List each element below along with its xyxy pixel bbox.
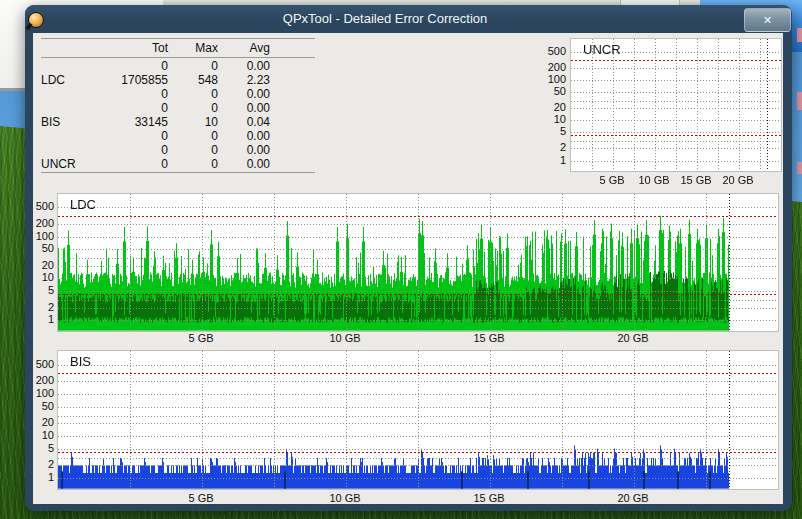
y-tick-label: 1	[533, 154, 566, 166]
y-tick-label: 100	[34, 387, 54, 399]
cell-avg: 2.23	[218, 73, 270, 87]
y-tick-label: 500	[34, 358, 54, 370]
cell-tot: 0	[91, 59, 168, 73]
cell-tot: 33145	[91, 115, 168, 129]
row-label	[41, 143, 91, 157]
col-header-avg: Avg	[218, 40, 270, 56]
table-row: 000.00	[41, 129, 315, 143]
cell-avg: 0.00	[218, 143, 270, 157]
cell-max: 0	[168, 59, 218, 73]
table-row: LDC17058555482.23	[41, 73, 315, 87]
cell-tot: 0	[91, 157, 168, 171]
uncr-y-axis: 500200100502010521	[533, 36, 566, 176]
cell-tot: 0	[91, 129, 168, 143]
y-tick-label: 200	[533, 61, 566, 73]
x-tick-label: 5 GB	[188, 492, 213, 504]
window-titlebar[interactable]: QPxTool - Detailed Error Correction ×	[25, 5, 792, 33]
y-tick-label: 2	[34, 458, 54, 470]
x-tick-label: 10 GB	[638, 174, 669, 186]
cell-avg: 0.00	[218, 59, 270, 73]
table-row: UNCR000.00	[41, 157, 315, 171]
table-row: 000.00	[41, 143, 315, 157]
ldc-plot-canvas	[58, 194, 778, 331]
row-label: LDC	[41, 73, 91, 87]
error-stats-table: Tot Max Avg 000.00LDC17058555482.23000.0…	[41, 37, 315, 174]
x-tick-label: 5 GB	[188, 332, 213, 344]
y-tick-label: 1	[34, 313, 54, 325]
x-tick-label: 15 GB	[680, 174, 711, 186]
y-tick-label: 2	[533, 141, 566, 153]
cell-tot: 0	[91, 143, 168, 157]
desktop: QPxTool - Detailed Error Correction × To…	[0, 0, 802, 519]
uncr-chart-title: UNCR	[583, 42, 621, 57]
cell-max: 0	[168, 143, 218, 157]
x-tick-label: 20 GB	[617, 332, 648, 344]
cell-avg: 0.00	[218, 129, 270, 143]
y-tick-label: 10	[533, 113, 566, 125]
x-tick-label: 20 GB	[617, 492, 648, 504]
x-tick-label: 20 GB	[722, 174, 753, 186]
cell-max: 0	[168, 87, 218, 101]
table-row: BIS33145100.04	[41, 115, 315, 129]
uncr-x-axis: 5 GB10 GB15 GB20 GB	[533, 174, 783, 188]
y-tick-label: 50	[533, 85, 566, 97]
row-label	[41, 101, 91, 115]
cell-avg: 0.00	[218, 157, 270, 171]
table-divider	[41, 38, 315, 39]
header-spacer	[41, 40, 91, 56]
cell-max: 10	[168, 115, 218, 129]
ldc-plot-area: LDC	[57, 193, 779, 332]
cell-tot: 0	[91, 87, 168, 101]
y-tick-label: 200	[34, 374, 54, 386]
cell-avg: 0.00	[218, 87, 270, 101]
col-header-max: Max	[168, 40, 218, 56]
bis-chart-title: BIS	[70, 354, 91, 369]
uncr-plot-canvas	[571, 39, 781, 171]
y-tick-label: 50	[34, 400, 54, 412]
y-tick-label: 500	[533, 45, 566, 57]
y-tick-label: 200	[34, 217, 54, 229]
cell-tot: 0	[91, 101, 168, 115]
y-tick-label: 100	[533, 73, 566, 85]
y-tick-label: 10	[34, 271, 54, 283]
x-tick-label: 15 GB	[473, 332, 504, 344]
row-label: UNCR	[41, 157, 91, 171]
uncr-chart: 500200100502010521 UNCR 5 GB10 GB15 GB20…	[533, 36, 783, 188]
x-tick-label: 5 GB	[599, 174, 624, 186]
x-tick-label: 15 GB	[473, 492, 504, 504]
ldc-x-axis: 5 GB10 GB15 GB20 GB	[34, 332, 782, 346]
y-tick-label: 5	[533, 125, 566, 137]
y-tick-label: 5	[34, 284, 54, 296]
close-button[interactable]: ×	[744, 8, 791, 32]
background-artifact	[797, 162, 802, 174]
table-header-row: Tot Max Avg	[41, 40, 315, 56]
cell-max: 0	[168, 129, 218, 143]
uncr-plot-area: UNCR	[570, 38, 782, 172]
qpxtool-window: QPxTool - Detailed Error Correction × To…	[25, 5, 792, 511]
ldc-y-axis: 500200100502010521	[34, 191, 54, 336]
row-label: BIS	[41, 115, 91, 129]
y-tick-label: 100	[34, 230, 54, 242]
y-tick-label: 50	[34, 242, 54, 254]
y-tick-label: 2	[34, 301, 54, 313]
table-row: 000.00	[41, 59, 315, 73]
window-title: QPxTool - Detailed Error Correction	[225, 11, 545, 26]
y-tick-label: 20	[533, 101, 566, 113]
bis-x-axis: 5 GB10 GB15 GB20 GB	[34, 492, 782, 506]
x-tick-label: 10 GB	[329, 332, 360, 344]
y-tick-label: 5	[34, 442, 54, 454]
col-header-tot: Tot	[91, 40, 168, 56]
bis-y-axis: 500200100502010521	[34, 348, 54, 494]
y-tick-label: 20	[34, 416, 54, 428]
cell-max: 0	[168, 101, 218, 115]
table-row: 000.00	[41, 101, 315, 115]
bis-chart: 500200100502010521 BIS 5 GB10 GB15 GB20 …	[34, 348, 782, 506]
row-label	[41, 59, 91, 73]
table-row: 000.00	[41, 87, 315, 101]
cell-avg: 0.04	[218, 115, 270, 129]
window-content: Tot Max Avg 000.00LDC17058555482.23000.0…	[33, 33, 783, 504]
bis-plot-canvas	[58, 351, 778, 489]
y-tick-label: 10	[34, 429, 54, 441]
y-tick-label: 500	[34, 200, 54, 212]
ldc-chart-title: LDC	[70, 197, 96, 212]
